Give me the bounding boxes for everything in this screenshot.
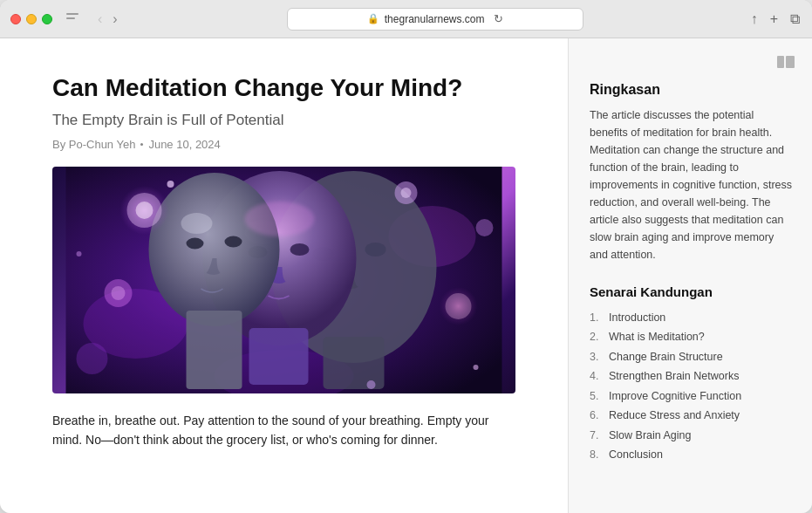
toc-item[interactable]: 2.What is Meditation? <box>590 328 795 348</box>
toc-item[interactable]: 7.Slow Brain Aging <box>590 426 795 446</box>
svg-point-15 <box>181 213 213 234</box>
article-body-text: Breathe in, breathe out. Pay attention t… <box>52 411 515 450</box>
address-bar[interactable]: 🔒 thegranularnews.com ↻ <box>287 8 583 31</box>
toolbar-right: ↑ + ⧉ <box>749 10 802 29</box>
meta-separator <box>140 143 143 146</box>
toc-item[interactable]: 1.Introduction <box>590 308 795 328</box>
share-button[interactable]: ↑ <box>749 10 760 29</box>
sidebar-toggle-icon[interactable] <box>66 13 84 25</box>
svg-point-17 <box>225 236 242 247</box>
svg-point-30 <box>367 380 376 389</box>
forward-button[interactable]: › <box>109 10 120 28</box>
toc-list: 1.Introduction2.What is Meditation?3.Cha… <box>590 308 795 465</box>
ringkasan-heading: Ringkasan <box>590 82 795 98</box>
svg-point-31 <box>474 365 479 370</box>
article-date: June 10, 2024 <box>148 138 220 151</box>
svg-point-7 <box>365 243 386 256</box>
svg-rect-9 <box>249 328 309 385</box>
toc-item[interactable]: 6.Reduce Stress and Anxiety <box>590 407 795 427</box>
svg-rect-5 <box>324 337 385 389</box>
toc-item-label: Reduce Stress and Anxiety <box>609 408 740 424</box>
ringkasan-text: The article discusses the potential bene… <box>590 106 795 263</box>
toc-item-number: 3. <box>590 350 605 366</box>
svg-point-28 <box>77 343 108 374</box>
title-bar: ‹ › 🔒 thegranularnews.com ↻ ↑ + ⧉ <box>0 0 812 38</box>
toc-item-label: Strengthen Brain Networks <box>609 369 739 385</box>
tab-overview-button[interactable]: ⧉ <box>788 10 802 29</box>
toc-item-number: 8. <box>590 448 605 463</box>
svg-point-22 <box>446 293 472 319</box>
url-text: thegranularnews.com <box>385 13 485 25</box>
article-title: Can Meditation Change Your Mind? <box>52 73 515 103</box>
article-subtitle: The Empty Brain is Full of Potential <box>52 112 515 129</box>
close-button[interactable] <box>10 14 21 24</box>
toc-item-number: 6. <box>590 408 605 424</box>
toc-item-number: 7. <box>590 428 605 444</box>
article-author: By Po-Chun Yeh <box>52 138 135 151</box>
nav-buttons: ‹ › <box>94 10 121 28</box>
lock-icon: 🔒 <box>367 13 379 24</box>
toc-item[interactable]: 4.Strengthen Brain Networks <box>590 367 795 387</box>
svg-point-16 <box>187 237 204 249</box>
new-tab-button[interactable]: + <box>768 10 780 29</box>
browser-window: ‹ › 🔒 thegranularnews.com ↻ ↑ + ⧉ Can Me… <box>0 0 812 513</box>
toc-item-label: Change Brain Structure <box>609 350 723 366</box>
article-hero-image <box>52 167 515 393</box>
svg-rect-14 <box>187 311 242 389</box>
toc-item-label: Improve Cognitive Function <box>609 389 741 405</box>
toc-item[interactable]: 5.Improve Cognitive Function <box>590 386 795 407</box>
svg-point-12 <box>290 243 310 256</box>
toc-item[interactable]: 3.Change Brain Structure <box>590 347 795 367</box>
toc-item-number: 2. <box>590 330 605 345</box>
svg-point-20 <box>136 202 154 219</box>
toc-item-label: Introduction <box>609 311 665 326</box>
browser-content: Can Meditation Change Your Mind? The Emp… <box>0 38 812 513</box>
panel-top-icon-area <box>590 56 795 68</box>
maximize-button[interactable] <box>42 14 52 24</box>
svg-point-33 <box>245 202 315 236</box>
toc-item-label: Slow Brain Aging <box>609 428 692 444</box>
toc-item-label: What is Meditation? <box>609 330 705 345</box>
back-button[interactable]: ‹ <box>94 10 106 28</box>
svg-point-29 <box>167 181 174 188</box>
toc-item-number: 5. <box>590 389 605 405</box>
svg-point-26 <box>401 188 412 198</box>
layout-toggle-icon[interactable] <box>777 56 795 68</box>
toc-heading: Senarai Kandungan <box>590 284 795 299</box>
toc-item-label: Conclusion <box>609 448 663 463</box>
brain-art-svg <box>52 167 515 393</box>
svg-point-13 <box>149 173 280 326</box>
article-area: Can Meditation Change Your Mind? The Emp… <box>0 38 568 513</box>
address-bar-wrapper: 🔒 thegranularnews.com ↻ <box>128 8 742 31</box>
svg-point-27 <box>476 219 494 236</box>
minimize-button[interactable] <box>26 14 37 24</box>
right-panel: Ringkasan The article discusses the pote… <box>568 38 812 513</box>
svg-point-32 <box>77 251 82 256</box>
toc-item[interactable]: 8.Conclusion <box>590 446 795 466</box>
article-meta: By Po-Chun Yeh June 10, 2024 <box>52 138 515 151</box>
toc-item-number: 4. <box>590 369 605 385</box>
toc-item-number: 1. <box>590 311 605 326</box>
svg-point-24 <box>112 286 126 300</box>
reload-button[interactable]: ↻ <box>494 12 503 25</box>
traffic-lights <box>10 14 52 24</box>
